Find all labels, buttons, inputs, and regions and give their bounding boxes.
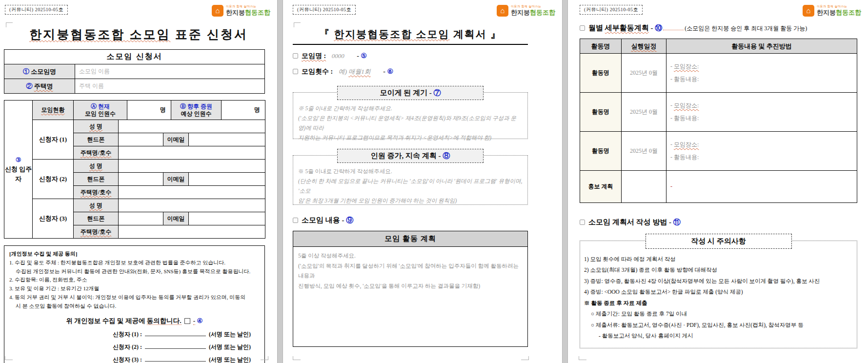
house-unit-label: 주택명/호수 [74, 186, 119, 199]
applicant-3-house-field[interactable] [119, 225, 265, 239]
privacy-heading: [개인정보 수집 및 제공 동의] [9, 250, 260, 259]
checkbox[interactable] [580, 220, 585, 225]
hint-line: ※ 5줄 이내로 간략하게 작성해주세요. [298, 103, 523, 113]
section-reason-header: 모이게 된 계기 - ⑦ [337, 86, 484, 100]
current-count-field[interactable]: 명 [127, 101, 171, 120]
logo-brand: 한지붕협동조합 [817, 9, 861, 16]
page2-title: 『 한지붕협동조합 소모임 계획서 』 [293, 27, 528, 45]
field-num: ⑤ [361, 52, 367, 60]
text-area-corner-mark [6, 22, 13, 27]
activity-content-cell[interactable]: - 모임장소: - 활동내용: [666, 54, 857, 93]
future-count-field[interactable]: 명 [222, 101, 265, 120]
applicant-side-label: ③신청 입주자 [4, 101, 33, 239]
email-label: 이메일 [163, 212, 189, 225]
meeting-count-value[interactable]: 예) 매월1회 [339, 68, 371, 75]
house-unit-label: 주택명/호수 [74, 225, 119, 239]
page-2-plan-form: (커뮤니티) 202510-05호 ⌂ 이웃과 함께 살아가는 한지붕협동조합 … [283, 0, 562, 363]
page-1-application-form: (커뮤니티) 202510-05호 ⌂ 이웃과 함께 살아가는 한지붕협동조합 … [0, 0, 277, 363]
plan-table-header: 모임 활동 계획 [293, 231, 528, 247]
plan-table-body[interactable]: 5줄 이상 작성해주세요. ('소모임'의 목적과 취지를 달성하기 위해 '소… [293, 247, 528, 347]
promo-date-cell[interactable] [622, 171, 666, 203]
activity-plan-table: 모임 활동 계획 5줄 이상 작성해주세요. ('소모임'의 목적과 취지를 달… [293, 231, 528, 347]
applicant-2-name-field[interactable] [119, 160, 265, 173]
page3-header: (커뮤니티) 202510-05호 ⌂ 이웃과 함께 살아가는 한지붕협동조합 [568, 0, 868, 21]
group-name-label: ① 소모임명 [4, 64, 75, 79]
coop-logo: ⌂ 이웃과 함께 살아가는 한지붕협동조합 [212, 5, 270, 17]
name-label: 성 명 [74, 160, 119, 173]
house-unit-label: 주택명/호수 [74, 146, 119, 160]
doc-number-box: (커뮤니티) 202510-05호 [293, 5, 356, 15]
applicant-2-phone-field[interactable] [119, 173, 163, 186]
house-name-field[interactable]: 주택 이름 [75, 79, 265, 94]
privacy-line: 시 본 소모임 활동에 참여하실 수 없습니다. [9, 302, 260, 311]
checkbox[interactable] [293, 218, 298, 223]
group-name-field[interactable]: 소모임 이름 [75, 64, 265, 79]
page-gap [562, 0, 568, 363]
meeting-count-line: 모임횟수 : 예) 매월1회 - ⑥ [293, 67, 528, 76]
privacy-consent-box: [개인정보 수집 및 제공 동의] 1. 수집 및 용도 주체 : 한지붕협동조… [4, 245, 265, 363]
name-label: 성 명 [74, 199, 119, 212]
col-schedule: 실행일정 [622, 39, 666, 54]
checkbox[interactable] [580, 25, 585, 31]
activity-name-cell[interactable]: 활동명 [580, 93, 622, 132]
activity-date-cell[interactable]: 2025년 0월 [622, 132, 666, 171]
page2-header: (커뮤니티) 202510-05호 ⌂ 이웃과 함께 살아가는 한지붕협동조합 [283, 0, 562, 21]
monthly-activity-table: 활동명 실행일정 활동내용 및 추진방법 활동명 2025년 0월 - 모임장소… [580, 39, 857, 203]
hint-line: ('소모임'은 한지붕의 <커뮤니티 운영세칙> 제4조(운영원칙)와 제9조(… [298, 113, 523, 133]
section-growth-header: 인원 증가, 지속 계획 - ⑧ [337, 149, 484, 163]
notice-line: - 활동보고서 양식, 당사 홈페이지 게시 [584, 330, 851, 341]
applicant-1-name-field[interactable] [119, 120, 265, 133]
house-name-label: ② 주택명 [4, 79, 75, 94]
notice-line: 4) 증빙: <OOO 소모임 활동보고서> 한글 파일로 제출 (양식 제공) [584, 286, 851, 297]
applicant-2-email-field[interactable] [189, 173, 265, 186]
applicant-1-email-field[interactable] [189, 133, 265, 146]
status-label: 모임현황 [33, 101, 74, 120]
signature-line[interactable] [145, 330, 206, 336]
text-area-corner-mark [261, 356, 268, 360]
monthly-plan-heading: 월별 세부활동계획 - ⑩(소모임은 한지붕 승인 후 최대 3개월 활동 가능… [580, 23, 857, 33]
text-area-corner-mark [293, 356, 301, 360]
signature-row-2: 신청자 (2) :(서명 또는 날인) [9, 343, 260, 352]
applicant-detail-table: ③신청 입주자 모임현황 Ⓐ 현재모임 인원수 명 Ⓑ 향후 증원예상 인원수 … [4, 100, 265, 239]
promo-name-cell[interactable]: 홍보 계획 [580, 171, 622, 203]
signature-line[interactable] [145, 343, 206, 349]
col-activity-name: 활동명 [580, 39, 622, 54]
activity-date-cell[interactable]: 2025년 0월 [622, 54, 666, 93]
privacy-line: 3. 보유 및 이용 기간 : 보유기간 12개월 [9, 284, 260, 293]
activity-content-cell[interactable]: - 모임장소: - 활동내용: [666, 93, 857, 132]
promo-content-cell[interactable]: - [666, 171, 857, 203]
checkbox[interactable] [293, 53, 298, 59]
applicant-3-email-field[interactable] [189, 212, 265, 225]
consent-checkbox[interactable] [184, 318, 190, 324]
group-name-value[interactable]: 0000 [332, 52, 344, 60]
hint-line: ※ 5줄 이내로 간략하게 작성해주세요. [298, 166, 523, 176]
notice-line: ○ 제출서류: 활동보고서, 영수증(사진 · PDF), 모임사진, 홍보 사… [584, 320, 851, 330]
activity-date-cell[interactable]: 2025년 0월 [622, 93, 666, 132]
checkbox[interactable] [293, 69, 298, 74]
signature-row-3: 신청자 (3) :(서명 또는 날인) [9, 355, 260, 363]
applicant-1-phone-field[interactable] [119, 133, 163, 146]
activity-content-cell[interactable]: - 모임장소: - 활동내용: [666, 132, 857, 171]
applicant-1-house-field[interactable] [119, 146, 265, 160]
applicant-3-name-field[interactable] [119, 199, 265, 212]
activity-name-cell[interactable]: 활동명 [580, 54, 622, 93]
notice-line: 1) 모임 횟수에 따라 예정 계획서 작성 [584, 254, 851, 264]
applicant-3-phone-field[interactable] [119, 212, 163, 225]
document-view: (커뮤니티) 202510-05호 ⌂ 이웃과 함께 살아가는 한지붕협동조합 … [0, 0, 868, 363]
name-label: 성 명 [74, 120, 119, 133]
applicant-2-house-field[interactable] [119, 186, 265, 199]
field-num: ⑥ [387, 68, 393, 75]
future-count-label: Ⓑ 향후 증원예상 인원수 [171, 101, 222, 120]
group-name-line: 모임명 : 0000 - ⑤ [293, 52, 528, 60]
hint-line: 지원하는 커뮤니티 프로그램이므로 목적과 취지가 <운영세칙>에 적합해야 함… [298, 133, 523, 142]
logo-tagline: 이웃과 함께 살아가는 [511, 5, 555, 8]
activity-row: 활동명 2025년 0월 - 모임장소: - 활동내용: [580, 54, 857, 93]
text-area-corner-mark [521, 356, 529, 360]
application-basic-table: 소모임 신청서 ① 소모임명 소모임 이름 ② 주택명 주택 이름 [4, 49, 265, 94]
activity-name-cell[interactable]: 활동명 [580, 132, 622, 171]
logo-tagline: 이웃과 함께 살아가는 [817, 5, 861, 8]
col-content: 활동내용 및 추진방법 [666, 39, 857, 54]
signature-line[interactable] [145, 356, 206, 362]
notice-body: 1) 모임 횟수에 따라 예정 계획서 작성 2) 소모임(최대 3개월) 종료… [580, 241, 857, 348]
house-icon: ⌂ [803, 5, 814, 17]
